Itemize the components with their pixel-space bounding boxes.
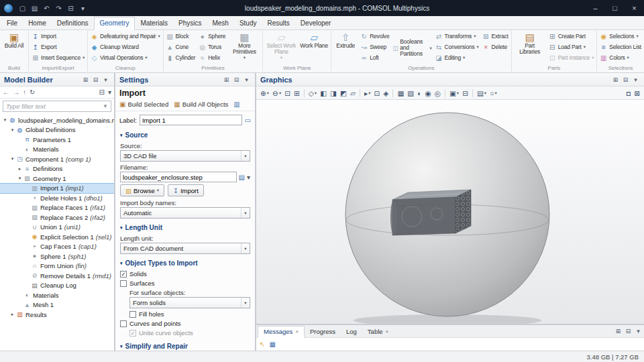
booleans-and-partitions-button[interactable]: ◫Booleans and Partitions▾	[391, 31, 433, 65]
close-button[interactable]: ×	[625, 0, 644, 16]
section-header-simplify-and-repair[interactable]: ▾Simplify and Repair	[120, 339, 250, 351]
expander-icon[interactable]: ▾	[9, 156, 15, 162]
cone-button[interactable]: ▲Cone	[165, 42, 197, 52]
save-icon[interactable]: ▤	[29, 3, 40, 14]
defeaturing-and-repair-button[interactable]: ◈Defeaturing and Repair▾	[89, 31, 162, 42]
delete-button[interactable]: ×Delete	[481, 42, 510, 52]
selection-list-button[interactable]: ≡Selection List	[598, 42, 643, 52]
panel-float-icon[interactable]: ⊞	[614, 328, 623, 335]
more-primitives-button[interactable]: ▦More Primitives▾	[227, 31, 261, 65]
reset-hidden-objects-icon[interactable]: ○▾	[488, 88, 498, 99]
build-selected-button[interactable]: ▣Build Selected	[119, 101, 168, 108]
checkbox-curves-and-points[interactable]: Curves and points	[120, 320, 250, 327]
editing-button[interactable]: ◪Editing▾	[433, 52, 480, 63]
tree-item-parameters-1[interactable]: πParameters 1	[0, 135, 114, 145]
filter-icon[interactable]: ▼	[103, 103, 108, 109]
import-button[interactable]: ↧Import	[30, 31, 86, 42]
cylinder-button[interactable]: ▮Cylinder	[165, 52, 197, 63]
selections-button[interactable]: ◉Selections▾	[598, 31, 643, 42]
tree-item-results[interactable]: ▸▥Results	[0, 310, 114, 320]
maximize-button[interactable]: □	[605, 0, 625, 16]
forward-icon[interactable]: →	[13, 88, 19, 96]
part-instance-button[interactable]: ⊡Part Instance▾	[547, 52, 596, 63]
view-along-x-icon[interactable]: ◧	[319, 88, 328, 99]
source-select[interactable]: 3D CAD file▾	[120, 150, 250, 162]
build-all-objects-button[interactable]: ▦Build All Objects	[174, 101, 228, 108]
ribbon-tab-home[interactable]: Home	[23, 17, 52, 29]
tree-item-loudspeaker-modeling-domains-mph-root[interactable]: ▾◍loudspeaker_modeling_domains.mph(root)	[0, 115, 114, 125]
transparency-icon[interactable]: ◐	[416, 88, 423, 99]
refresh-icon[interactable]: ↻	[30, 88, 35, 96]
checkbox-unite-curve-objects[interactable]: ✓Unite curve objects	[129, 329, 250, 337]
checkbox-fill-holes[interactable]: Fill holes	[129, 310, 250, 318]
customize-toolbar-arrow-icon[interactable]: ▾	[77, 3, 89, 14]
minimize-button[interactable]: –	[586, 0, 605, 16]
zoom-extents-icon[interactable]: ⊞	[292, 88, 301, 99]
select-work-plane-button[interactable]: ▱Select Work Plane▾	[264, 31, 298, 65]
filename-input[interactable]	[120, 172, 237, 182]
tree-item-sphere-1-sph1[interactable]: ●Sphere 1(sph1)	[0, 251, 114, 261]
torus-button[interactable]: ◎Torus	[197, 42, 227, 52]
expander-icon[interactable]: ▸	[17, 166, 23, 172]
tab-progress[interactable]: Progress	[305, 326, 341, 337]
adjacent-selection-icon[interactable]: ◈	[382, 88, 390, 99]
part-libraries-button[interactable]: ▤Part Libraries	[513, 31, 547, 65]
cleanup-wizard-button[interactable]: ◆Cleanup Wizard	[89, 42, 162, 52]
tree-item-cleanup-log[interactable]: ▤Cleanup Log	[0, 281, 114, 291]
conversions-button[interactable]: ⇆Conversions▾	[433, 42, 480, 52]
back-icon[interactable]: ←	[3, 88, 9, 96]
panel-float-icon[interactable]: ⊞	[222, 76, 231, 83]
collapse-all-icon[interactable]: ⊟	[99, 88, 105, 96]
browse-button[interactable]: ▧Browse▾	[120, 184, 164, 196]
environment-reflections-icon[interactable]: ◎	[433, 88, 442, 99]
ribbon-tab-study[interactable]: Study	[234, 17, 262, 29]
panel-minimize-icon[interactable]: ⊟	[232, 76, 241, 83]
ribbon-tab-mesh[interactable]: Mesh	[207, 17, 233, 29]
tree-item-materials[interactable]: ◐Materials	[0, 290, 114, 300]
extrude-button[interactable]: ⇧Extrude	[333, 31, 358, 65]
checkbox-surfaces[interactable]: Surfaces	[120, 280, 250, 287]
close-tab-icon[interactable]: ×	[386, 328, 389, 335]
expander-icon[interactable]: ▾	[2, 117, 8, 123]
box-select-icon[interactable]: ⊡	[373, 88, 382, 99]
open-file-icon[interactable]: ▤	[239, 174, 245, 181]
block-button[interactable]: ▧Block	[165, 31, 197, 42]
ribbon-tab-physics[interactable]: Physics	[173, 17, 207, 29]
show-grid-icon[interactable]: ▦	[396, 88, 405, 99]
sweep-button[interactable]: ↝Sweep	[359, 42, 390, 52]
orthographic-projection-icon[interactable]: ▱	[349, 88, 357, 99]
zoom-box-icon[interactable]: ⊡	[283, 88, 292, 99]
tree-item-mesh-1[interactable]: ▲Mesh 1	[0, 300, 114, 310]
tree-item-materials[interactable]: ◐Materials	[0, 145, 114, 155]
panel-menu-icon[interactable]: ▾	[634, 328, 643, 335]
checkbox-solids[interactable]: ✓Solids	[120, 270, 250, 278]
print-icon[interactable]: ⊟	[461, 88, 470, 99]
work-plane-button[interactable]: ▱Work Plane	[299, 31, 329, 65]
image-snapshot-icon[interactable]: ▣▾	[448, 88, 460, 99]
insert-sequence-button[interactable]: ⊞Insert Sequence▾	[30, 52, 86, 63]
go-to-default-view-icon[interactable]: ◇▾	[307, 88, 318, 99]
view-along-z-icon[interactable]: ◩	[339, 88, 348, 99]
view-along-y-icon[interactable]: ◨	[329, 88, 338, 99]
panel-minimize-icon[interactable]: ⊟	[91, 76, 100, 83]
load-part-button[interactable]: ⊟Load Part▾	[547, 42, 596, 52]
table-icon[interactable]: ▦	[269, 341, 275, 348]
panel-float-icon[interactable]: ⊞	[611, 76, 620, 83]
tree-item-definitions[interactable]: ▸≡Definitions	[0, 164, 114, 174]
for-surface-objects-select[interactable]: Form solids▾	[129, 297, 250, 308]
loft-button[interactable]: ≃Loft	[359, 52, 390, 63]
panel-menu-icon[interactable]: ▾	[631, 76, 640, 83]
pointer-icon[interactable]: ↖	[260, 341, 265, 348]
panel-float-icon[interactable]: ⊞	[81, 76, 90, 83]
colors-button[interactable]: ▥Colors▾	[598, 52, 643, 63]
select-mode-icon[interactable]: ▸▾	[363, 88, 372, 99]
section-header-object-types-to-import[interactable]: ▾Object Types to Import	[120, 255, 250, 268]
tree-item-union-1-uni1[interactable]: ∪Union 1(uni1)	[0, 223, 114, 233]
redo-icon[interactable]: ↷	[53, 3, 64, 14]
ribbon-tab-developer[interactable]: Developer	[295, 17, 337, 29]
rename-icon[interactable]: ▭	[245, 117, 251, 124]
tree-item-delete-holes-1-dho1[interactable]: ▪Delete Holes 1(dho1)	[0, 193, 114, 203]
tree-item-global-definitions[interactable]: ▾◍Global Definitions	[0, 125, 114, 135]
tree-item-replace-faces-2-rfa2[interactable]: ▨Replace Faces 2(rfa2)	[0, 213, 114, 223]
open-icon[interactable]: ▢	[17, 3, 28, 14]
